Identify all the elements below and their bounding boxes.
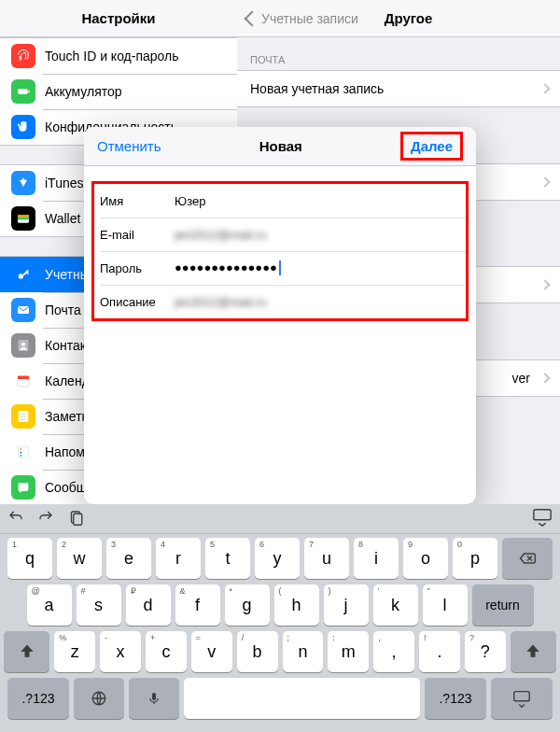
svg-point-5 xyxy=(19,274,23,278)
messages-icon xyxy=(11,475,35,500)
name-label: Имя xyxy=(100,194,175,208)
key-w[interactable]: w2 xyxy=(57,538,102,579)
contacts-icon xyxy=(11,333,35,358)
key-l[interactable]: l" xyxy=(423,584,468,626)
key-h[interactable]: h( xyxy=(274,584,319,626)
key-j[interactable]: j) xyxy=(324,584,369,626)
key-a[interactable]: a@ xyxy=(27,584,72,626)
mic-key[interactable] xyxy=(129,678,179,719)
key-b[interactable]: b/ xyxy=(237,631,278,672)
appstore-icon xyxy=(11,171,35,195)
sidebar-item-battery[interactable]: Аккумулятор xyxy=(0,74,237,109)
numbers-key-right[interactable]: .?123 xyxy=(425,678,486,719)
keyboard-toolbar xyxy=(0,504,560,534)
key-e[interactable]: e3 xyxy=(106,538,151,579)
email-input[interactable]: jen2012@mail.ru xyxy=(175,228,460,242)
clipboard-button[interactable] xyxy=(67,509,84,529)
calendar-icon xyxy=(11,369,35,393)
hide-keyboard-button[interactable] xyxy=(532,507,553,531)
key-z[interactable]: z% xyxy=(54,631,95,672)
email-label: E-mail xyxy=(100,228,175,242)
key-q[interactable]: q1 xyxy=(7,538,52,579)
key-o[interactable]: o9 xyxy=(403,538,448,579)
sidebar-item-label: Аккумулятор xyxy=(45,84,122,99)
text-cursor xyxy=(279,260,281,275)
key-p[interactable]: p0 xyxy=(453,538,497,579)
svg-rect-6 xyxy=(18,306,29,314)
battery-icon xyxy=(11,79,35,104)
svg-rect-10 xyxy=(18,376,29,379)
sidebar-item-fingerprint[interactable]: Touch ID и код-пароль xyxy=(0,38,237,74)
key-t[interactable]: t5 xyxy=(205,538,250,579)
numbers-key[interactable]: .?123 xyxy=(7,678,69,719)
svg-rect-21 xyxy=(74,514,82,525)
key-.[interactable]: .! xyxy=(419,631,460,672)
backspace-key[interactable] xyxy=(502,538,553,579)
new-account-modal: Отменить Новая Далее Имя Юзер E-mail jen… xyxy=(84,127,476,504)
key-i[interactable]: i8 xyxy=(354,538,399,579)
password-input[interactable]: ●●●●●●●●●●●●●● xyxy=(175,260,460,276)
return-key[interactable]: return xyxy=(472,584,534,626)
svg-rect-24 xyxy=(152,693,156,700)
key-r[interactable]: r4 xyxy=(156,538,201,579)
sidebar-item-label: Почта xyxy=(45,303,81,317)
description-input[interactable]: jen2012@mail.ru xyxy=(175,295,460,309)
sidebar-item-label: Контак xyxy=(45,338,86,353)
sidebar-item-label: Сообщ xyxy=(45,480,87,495)
key-d[interactable]: d₽ xyxy=(126,584,171,626)
key-?[interactable]: ?? xyxy=(465,631,506,672)
svg-rect-0 xyxy=(18,89,28,93)
shift-key[interactable] xyxy=(4,631,49,672)
space-key[interactable] xyxy=(184,678,420,719)
svg-rect-11 xyxy=(19,411,29,422)
key-k[interactable]: k' xyxy=(373,584,418,626)
wallet-icon xyxy=(11,206,35,231)
svg-point-16 xyxy=(20,448,21,450)
svg-point-17 xyxy=(20,452,21,454)
key-m[interactable]: m: xyxy=(328,631,369,672)
next-button[interactable]: Далее xyxy=(400,132,463,161)
key-x[interactable]: x- xyxy=(100,631,141,672)
key-icon xyxy=(11,262,35,287)
key-s[interactable]: s# xyxy=(77,584,121,626)
redo-button[interactable] xyxy=(37,509,54,529)
chevron-right-icon xyxy=(539,176,550,187)
key-f[interactable]: f& xyxy=(175,584,220,626)
sidebar-item-label: Учетны xyxy=(45,267,90,282)
svg-rect-1 xyxy=(28,91,29,93)
key-v[interactable]: v= xyxy=(191,631,232,672)
key-y[interactable]: y6 xyxy=(255,538,300,579)
sidebar-item-label: Touch ID и код-пароль xyxy=(45,49,179,63)
sidebar-title: Настройки xyxy=(0,0,237,37)
svg-rect-25 xyxy=(514,692,530,701)
password-label: Пароль xyxy=(100,261,175,275)
key-c[interactable]: c+ xyxy=(146,631,187,672)
reminders-icon xyxy=(11,440,35,464)
key-,[interactable]: ,, xyxy=(373,631,414,672)
partial-text: ver xyxy=(512,371,530,386)
keyboard: q1w2e3r4t5y6u7i8o9p0 a@s#d₽f&g*h(j)k'l"r… xyxy=(0,504,560,732)
notes-icon xyxy=(11,404,35,429)
mail-icon xyxy=(11,298,35,322)
svg-rect-3 xyxy=(18,215,29,218)
svg-point-8 xyxy=(21,343,25,346)
section-mail-label: ПОЧТА xyxy=(237,37,560,70)
fingerprint-icon xyxy=(11,44,35,68)
new-account-row[interactable]: Новая учетная запись xyxy=(237,70,560,107)
description-label: Описание xyxy=(100,295,175,309)
sidebar-item-label: Календ xyxy=(45,373,90,388)
key-n[interactable]: n; xyxy=(283,631,324,672)
svg-point-18 xyxy=(20,455,21,457)
dismiss-keyboard-key[interactable] xyxy=(491,678,553,719)
key-u[interactable]: u7 xyxy=(304,538,349,579)
cancel-button[interactable]: Отменить xyxy=(97,138,161,154)
name-input[interactable]: Юзер xyxy=(175,194,460,208)
back-label: Учетные записи xyxy=(261,11,358,26)
globe-key[interactable] xyxy=(74,678,124,719)
undo-button[interactable] xyxy=(7,509,24,529)
key-g[interactable]: g* xyxy=(225,584,270,626)
chevron-right-icon xyxy=(539,279,550,289)
shift-key[interactable] xyxy=(511,631,556,672)
back-button[interactable]: Учетные записи xyxy=(246,11,358,26)
hand-icon xyxy=(11,115,35,139)
